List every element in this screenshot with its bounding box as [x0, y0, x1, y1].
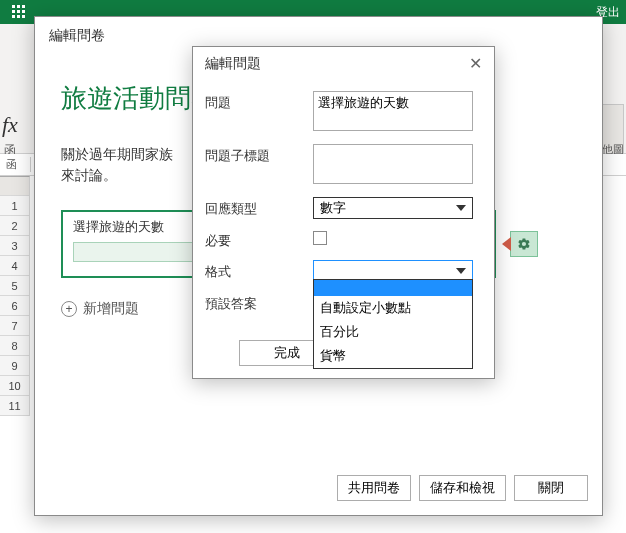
row-header[interactable]: 10 — [0, 376, 30, 396]
svg-rect-5 — [22, 10, 25, 13]
row-header[interactable]: 4 — [0, 256, 30, 276]
response-type-value: 數字 — [320, 200, 346, 215]
row-header[interactable]: 11 — [0, 396, 30, 416]
format-dropdown: 自動設定小數點 百分比 貨幣 — [313, 279, 473, 369]
svg-rect-4 — [17, 10, 20, 13]
row-header[interactable]: 9 — [0, 356, 30, 376]
svg-rect-6 — [12, 15, 15, 18]
dialog-body: 問題 問題子標題 回應類型 數字 必要 格式 自動設定小數點 百分比 貨幣 — [193, 77, 494, 332]
svg-rect-2 — [22, 5, 25, 8]
add-question-label: 新增問題 — [83, 300, 139, 318]
row-header[interactable]: 8 — [0, 336, 30, 356]
question-settings-button[interactable] — [510, 231, 538, 257]
format-label: 格式 — [205, 260, 313, 281]
svg-rect-0 — [12, 5, 15, 8]
close-button[interactable]: 關閉 — [514, 475, 588, 501]
share-survey-button[interactable]: 共用問卷 — [337, 475, 411, 501]
question-field-label: 問題 — [205, 91, 313, 112]
close-icon[interactable]: ✕ — [469, 56, 482, 72]
svg-rect-3 — [12, 10, 15, 13]
svg-rect-7 — [17, 15, 20, 18]
row-header[interactable]: 7 — [0, 316, 30, 336]
edit-question-dialog: 編輯問題 ✕ 問題 問題子標題 回應類型 數字 必要 格式 自動設定小數點 — [192, 46, 495, 379]
plus-circle-icon: + — [61, 301, 77, 317]
question-field-input[interactable] — [313, 91, 473, 131]
default-answer-label: 預設答案 — [205, 292, 313, 313]
response-type-select[interactable]: 數字 — [313, 197, 473, 219]
name-box[interactable]: 函 — [0, 157, 30, 172]
app-launcher[interactable] — [0, 0, 38, 24]
row-headers: 1 2 3 4 5 6 7 8 9 10 11 — [0, 176, 30, 533]
fx-icon: fx — [2, 112, 18, 138]
dialog-footer: 共用問卷 儲存和檢視 關閉 — [35, 465, 602, 515]
dropdown-highlight[interactable] — [314, 280, 472, 296]
subtitle-field-label: 問題子標題 — [205, 144, 313, 165]
response-type-label: 回應類型 — [205, 197, 313, 218]
row-header-blank — [0, 176, 30, 196]
row-header[interactable]: 1 — [0, 196, 30, 216]
svg-rect-1 — [17, 5, 20, 8]
row-header[interactable]: 2 — [0, 216, 30, 236]
gear-icon — [517, 237, 531, 251]
required-checkbox[interactable] — [313, 231, 327, 245]
save-and-view-button[interactable]: 儲存和檢視 — [419, 475, 506, 501]
svg-rect-8 — [22, 15, 25, 18]
dropdown-option[interactable]: 百分比 — [314, 320, 472, 344]
survey-desc-line: 來討論。 — [61, 167, 117, 183]
dialog-header: 編輯問題 ✕ — [193, 47, 494, 77]
row-header[interactable]: 5 — [0, 276, 30, 296]
dropdown-option[interactable]: 自動設定小數點 — [314, 296, 472, 320]
dialog-title: 編輯問題 — [205, 55, 261, 73]
required-label: 必要 — [205, 229, 313, 250]
subtitle-field-input[interactable] — [313, 144, 473, 184]
survey-desc-line: 關於過年期間家族 — [61, 146, 173, 162]
callout-arrow-icon — [502, 237, 511, 251]
dropdown-option[interactable]: 貨幣 — [314, 344, 472, 368]
row-header[interactable]: 3 — [0, 236, 30, 256]
row-header[interactable]: 6 — [0, 296, 30, 316]
